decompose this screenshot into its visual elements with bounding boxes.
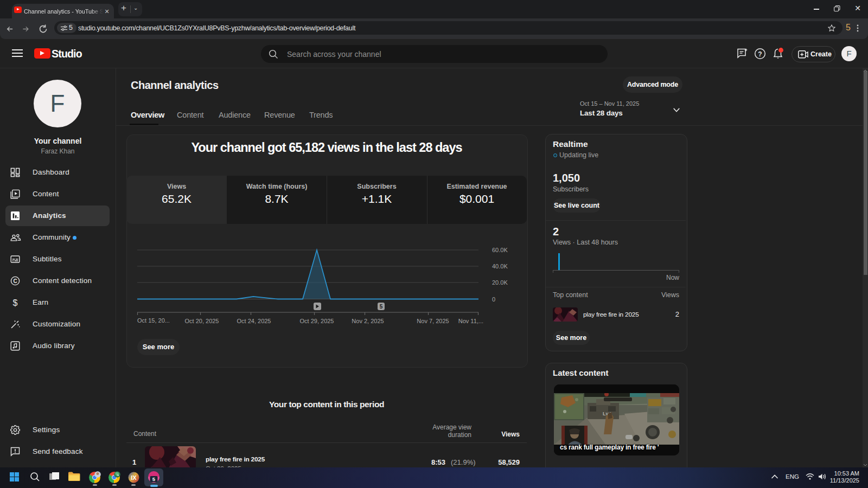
svg-text:Nov 2, 2025: Nov 2, 2025	[352, 318, 384, 324]
svg-text:0: 0	[492, 296, 495, 303]
svg-text:40.0K: 40.0K	[492, 263, 508, 269]
svg-text:Oct 24, 2025: Oct 24, 2025	[237, 318, 271, 324]
svg-text:Nov 11,...: Nov 11,...	[458, 318, 483, 324]
svg-text:$: $	[13, 298, 18, 307]
svg-text:5: 5	[152, 476, 156, 482]
svg-text:?: ?	[758, 50, 762, 58]
svg-text:60.0K: 60.0K	[492, 247, 508, 253]
svg-text:C: C	[13, 278, 17, 284]
svg-text:Nov 7, 2025: Nov 7, 2025	[417, 318, 449, 324]
svg-text:Oct 29, 2025: Oct 29, 2025	[300, 318, 334, 324]
svg-text:IX: IX	[131, 474, 137, 481]
svg-text:Oct 20, 2025: Oct 20, 2025	[185, 318, 219, 324]
svg-text:Oct 15, 20...: Oct 15, 20...	[137, 317, 170, 324]
svg-text:5: 5	[380, 304, 383, 310]
svg-text:20.0K: 20.0K	[492, 279, 508, 286]
